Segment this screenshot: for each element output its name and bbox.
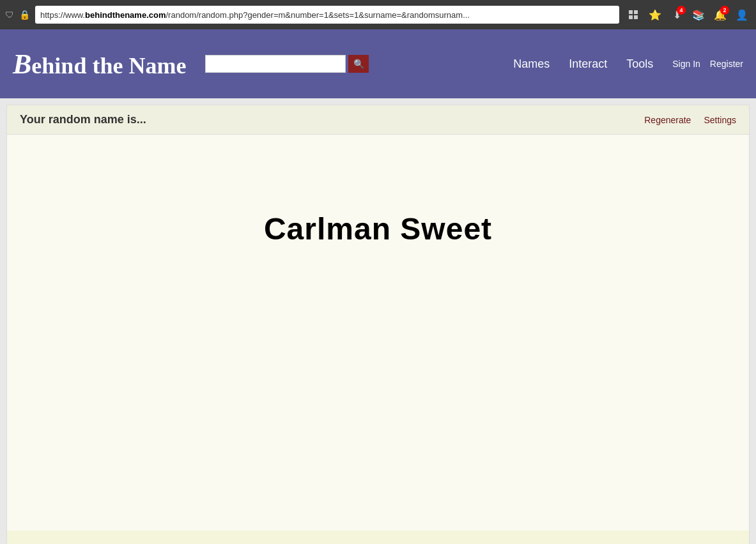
bookmark-button[interactable]: ⭐ bbox=[646, 6, 664, 24]
alert-badge: 2 bbox=[720, 6, 729, 15]
search-icon: 🔍 bbox=[353, 59, 364, 69]
lock-icon: 🔒 bbox=[19, 10, 30, 20]
settings-link[interactable]: Settings bbox=[704, 115, 736, 125]
logo-rest: ehind the Name bbox=[31, 53, 186, 79]
grid-menu-button[interactable] bbox=[624, 6, 642, 24]
nav-interact[interactable]: Interact bbox=[569, 57, 607, 71]
name-display: Carlman Sweet bbox=[7, 135, 749, 531]
browser-chrome: 🛡 🔒 https://www.behindthename.com/random… bbox=[0, 0, 756, 29]
header-actions: Regenerate Settings bbox=[644, 115, 736, 125]
url-path: /random/random.php?gender=m&number=1&set… bbox=[166, 10, 470, 20]
search-input[interactable] bbox=[205, 55, 346, 73]
download-button[interactable]: ⬇ 4 bbox=[668, 6, 686, 24]
search-area: 🔍 bbox=[205, 55, 397, 73]
download-badge: 4 bbox=[677, 6, 686, 15]
address-bar[interactable]: https://www.behindthename.com/random/ran… bbox=[35, 6, 619, 24]
register-link[interactable]: Register bbox=[710, 59, 743, 69]
profile-button[interactable]: 👤 bbox=[733, 6, 751, 24]
main-nav: Names Interact Tools bbox=[513, 57, 653, 71]
browser-toolbar-right: ⭐ ⬇ 4 📚 🔔 2 👤 bbox=[624, 6, 751, 24]
alerts-button[interactable]: 🔔 2 bbox=[711, 6, 729, 24]
site-logo[interactable]: Behind the Name bbox=[13, 48, 186, 80]
random-name: Carlman Sweet bbox=[264, 211, 492, 246]
logo-b: B bbox=[13, 49, 31, 80]
page-subtitle: Your random name is... bbox=[20, 113, 146, 126]
site-header: Behind the Name 🔍 Names Interact Tools S… bbox=[0, 29, 756, 98]
security-icon: 🛡 bbox=[5, 10, 14, 20]
nav-tools[interactable]: Tools bbox=[626, 57, 653, 71]
nav-names[interactable]: Names bbox=[513, 57, 550, 71]
auth-links: Sign In Register bbox=[672, 59, 743, 69]
library-button[interactable]: 📚 bbox=[690, 6, 707, 24]
url-prefix: https://www. bbox=[40, 10, 85, 20]
grid-icon bbox=[629, 10, 638, 19]
search-button[interactable]: 🔍 bbox=[348, 55, 369, 73]
url-domain: behindthename.com bbox=[85, 10, 166, 20]
regenerate-link[interactable]: Regenerate bbox=[644, 115, 691, 125]
sign-in-link[interactable]: Sign In bbox=[672, 59, 700, 69]
main-content: Your random name is... Regenerate Settin… bbox=[6, 105, 750, 544]
content-header: Your random name is... Regenerate Settin… bbox=[7, 105, 749, 135]
